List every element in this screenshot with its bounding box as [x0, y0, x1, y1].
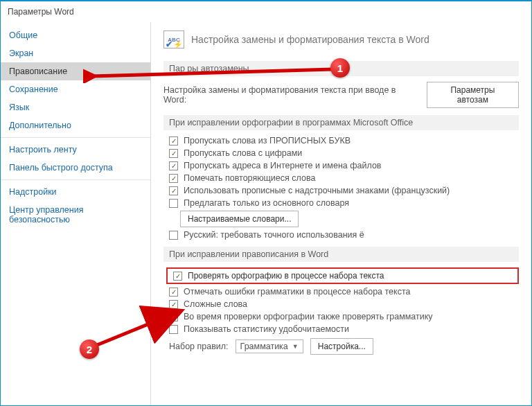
- window-title: Параметры Word: [8, 7, 74, 17]
- checkbox[interactable]: [169, 325, 178, 334]
- sidebar-item-save[interactable]: Сохранение: [1, 80, 150, 98]
- check-grammar-with-spelling: Во время проверки орфографии также прове…: [169, 312, 519, 321]
- check-repeated: Помечать повторяющиеся слова: [169, 173, 519, 183]
- checkbox[interactable]: [169, 288, 178, 297]
- section-word-proofing: При исправлении правописания в Word: [163, 247, 519, 262]
- main-panel: ABC ✔ ⚡ Настройка замены и форматировани…: [151, 22, 531, 405]
- ruleset-select[interactable]: Грамматика ▼: [236, 339, 303, 353]
- checkbox[interactable]: [169, 149, 178, 158]
- check-icon: ✔: [166, 39, 172, 49]
- check-grammar-as-type: Отмечать ошибки грамматики в процессе на…: [169, 287, 519, 297]
- sidebar-item-quick-access[interactable]: Панель быстрого доступа: [1, 159, 150, 177]
- checkbox[interactable]: [169, 300, 178, 309]
- sidebar-item-language[interactable]: Язык: [1, 98, 150, 116]
- sidebar-item-proofing[interactable]: Правописание: [1, 62, 150, 80]
- annotation-balloon-2: 2: [80, 339, 99, 359]
- sidebar-separator: [1, 179, 150, 180]
- sidebar-item-addins[interactable]: Надстройки: [1, 183, 150, 201]
- lightning-icon: ⚡: [173, 40, 183, 49]
- check-french: Использовать прописные с надстрочными зн…: [169, 186, 519, 195]
- check-spelling-as-type: Проверять орфографию в процессе набора т…: [188, 271, 384, 281]
- page-title: Настройка замены и форматирования текста…: [191, 34, 429, 45]
- checkbox[interactable]: [169, 186, 178, 195]
- page-header: ABC ✔ ⚡ Настройка замены и форматировани…: [163, 30, 519, 48]
- checkbox[interactable]: [169, 174, 178, 183]
- check-main-dict: Предлагать только из основного словаря: [169, 198, 519, 208]
- highlighted-option: Проверять орфографию в процессе набора т…: [166, 267, 519, 284]
- checkbox[interactable]: [169, 231, 178, 240]
- check-digits: Пропускать слова с цифрами: [169, 148, 519, 158]
- sidebar-item-customize-ribbon[interactable]: Настроить ленту: [1, 141, 150, 159]
- checkbox[interactable]: [169, 312, 178, 321]
- check-complex-words: Сложные слова: [169, 299, 519, 309]
- custom-dictionaries-button[interactable]: Настраиваемые словари...: [180, 211, 299, 227]
- sidebar-item-general[interactable]: Общие: [1, 26, 150, 44]
- titlebar: Параметры Word: [1, 0, 531, 22]
- check-internet: Пропускать адреса в Интернете и имена фа…: [169, 161, 519, 170]
- ruleset-label: Набор правил:: [169, 342, 229, 351]
- sidebar-item-display[interactable]: Экран: [1, 44, 150, 62]
- ruleset-settings-button[interactable]: Настройка...: [310, 338, 373, 355]
- sidebar: Общие Экран Правописание Сохранение Язык…: [1, 22, 151, 405]
- section-office-spelling: При исправлении орфографии в программах …: [163, 115, 519, 130]
- proofing-icon: ABC ✔ ⚡: [163, 30, 184, 48]
- autocorrect-row: Настройка замены и форматирования текста…: [163, 82, 519, 108]
- sidebar-item-advanced[interactable]: Дополнительно: [1, 116, 150, 134]
- chevron-down-icon: ▼: [292, 343, 299, 350]
- checkbox[interactable]: [169, 161, 178, 170]
- check-russian-yo: Русский: требовать точного использования…: [169, 230, 519, 240]
- check-uppercase: Пропускать слова из ПРОПИСНЫХ БУКВ: [169, 136, 519, 145]
- annotation-balloon-1: 1: [330, 58, 350, 78]
- checkbox[interactable]: [169, 199, 178, 208]
- check-readability: Показывать статистику удобочитаемости: [169, 324, 519, 334]
- autocorrect-label: Настройка замены и форматирования текста…: [163, 85, 418, 105]
- sidebar-separator: [1, 137, 150, 138]
- custom-dict-row: Настраиваемые словари...: [169, 211, 519, 227]
- checkbox[interactable]: [169, 136, 178, 145]
- ruleset-row: Набор правил: Грамматика ▼ Настройка...: [169, 338, 519, 355]
- checkbox[interactable]: [173, 272, 182, 281]
- autocorrect-options-button[interactable]: Параметры автозам: [427, 82, 519, 108]
- sidebar-item-trust-center[interactable]: Центр управления безопасностью: [1, 201, 150, 229]
